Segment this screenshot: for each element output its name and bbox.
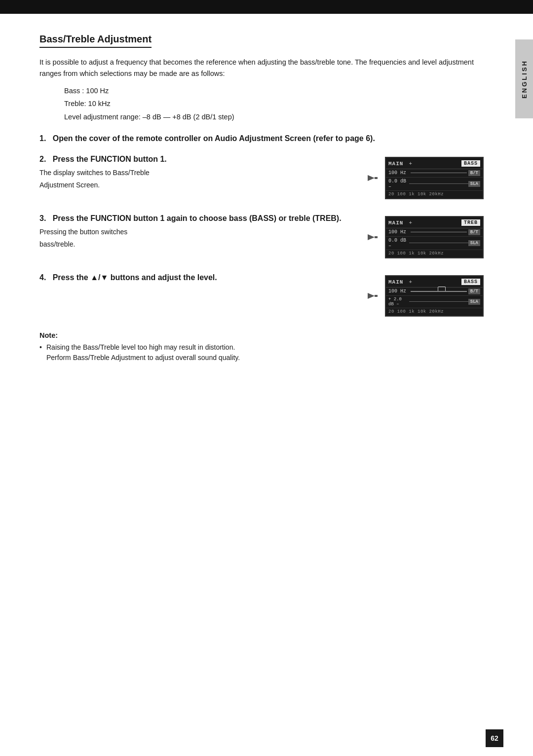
step-4-visual: MAIN + BASS 100 Hz B/T + 2.0 <box>365 275 484 317</box>
step-4-lcd-main: MAIN <box>388 279 403 285</box>
spec-item-level: Level adjustment range: –8 dB — +8 dB (2… <box>64 110 484 123</box>
main-content: Bass/Treble Adjustment It is possible to… <box>0 14 513 383</box>
step-4-lcd-right2: SLA <box>468 299 480 305</box>
step-2-lcd-bottom: 20 100 1k 10k 20kHz <box>388 192 444 197</box>
step-4-lcd-graph <box>411 291 467 292</box>
step-2-lcd-line <box>411 173 467 173</box>
step-3-lcd-line <box>411 232 467 232</box>
step-1: 1. Open the cover of the remote controll… <box>39 134 484 143</box>
step-4-lcd-freq: 100 Hz <box>388 288 409 294</box>
step-4-lcd-bump <box>438 287 446 291</box>
step-4: 4. Press the ▲/▼ buttons and adjust the … <box>39 272 484 317</box>
step-2-lcd-db: 0.0 dB – <box>388 179 409 189</box>
step-2-lcd-freq: 100 Hz <box>388 170 409 176</box>
step-3-number: 3. <box>39 214 46 222</box>
step-2-desc1: The display switches to Bass/Treble <box>39 168 355 178</box>
svg-rect-3 <box>375 236 378 238</box>
svg-marker-4 <box>368 293 375 299</box>
step-3-lcd-plus: + <box>409 220 412 226</box>
intro-text: It is possible to adjust a frequency tha… <box>39 57 484 79</box>
step-4-lcd-right: B/T <box>468 288 480 294</box>
note-section: Note: Raising the Bass/Treble level too … <box>39 331 484 363</box>
side-tab: ENGLISH <box>515 39 533 118</box>
step-4-header: 4. Press the ▲/▼ buttons and adjust the … <box>39 272 355 283</box>
svg-rect-1 <box>375 177 378 179</box>
step-4-text: Press the ▲/▼ buttons and adjust the lev… <box>53 273 217 282</box>
step-3-lcd: MAIN + TREB 100 Hz B/T 0.0 dB – <box>385 216 484 258</box>
step-1-number: 1. <box>39 134 46 143</box>
step-2-lcd-badge: BASS <box>461 160 480 167</box>
step-4-lcd-bt: B/T <box>468 288 480 294</box>
step-4-lcd-sla: SLA <box>468 299 480 305</box>
step-3-arrow-icon <box>365 230 380 245</box>
step-2-lcd-bt: B/T <box>468 170 480 176</box>
step-3-lcd-badge: TREB <box>461 219 480 226</box>
step-2-arrow-icon <box>365 171 380 185</box>
note-item-2: Perform Bass/Treble Adjustment to adjust… <box>39 353 484 363</box>
step-4-lcd: MAIN + BASS 100 Hz B/T + 2.0 <box>385 275 484 317</box>
spec-item-treble: Treble: 10 kHz <box>64 97 484 110</box>
step-4-lcd-bottom: 20 100 1k 10k 20kHz <box>388 309 444 314</box>
step-2-lcd-plus: + <box>409 161 412 167</box>
step-3-lcd-sla: SLA <box>468 240 480 246</box>
step-2-lcd-sla: SLA <box>468 181 480 187</box>
step-3-lcd-bottom: 20 100 1k 10k 20kHz <box>388 251 444 256</box>
step-1-header: 1. Open the cover of the remote controll… <box>39 134 484 143</box>
step-4-number: 4. <box>39 273 46 282</box>
step-2-lcd-right: B/T <box>468 170 480 176</box>
step-2: 2. Press the FUNCTION button 1. The disp… <box>39 154 484 199</box>
step-3-desc1: Pressing the button switches <box>39 227 355 237</box>
step-4-lcd-underline <box>409 301 468 302</box>
step-2-text-col: 2. Press the FUNCTION button 1. The disp… <box>39 154 355 190</box>
step-4-text-col: 4. Press the ▲/▼ buttons and adjust the … <box>39 272 355 286</box>
step-2-lcd: MAIN + BASS 100 Hz B/T 0.0 dB – <box>385 157 484 199</box>
spec-item-bass: Bass : 100 Hz <box>64 84 484 97</box>
step-4-lcd-badge: BASS <box>461 279 480 285</box>
step-2-number: 2. <box>39 155 46 163</box>
step-2-lcd-right2: SLA <box>468 181 480 187</box>
page-number: 62 <box>486 729 503 747</box>
step-3-text-col: 3. Press the FUNCTION button 1 again to … <box>39 213 355 250</box>
step-3-lcd-right: B/T <box>468 229 480 235</box>
side-tab-label: ENGLISH <box>521 60 528 99</box>
svg-rect-5 <box>375 295 378 297</box>
step-4-lcd-db: + 2.0 dB – <box>388 297 409 307</box>
step-3-visual: MAIN + TREB 100 Hz B/T 0.0 dB – <box>365 216 484 258</box>
step-3-header: 3. Press the FUNCTION button 1 again to … <box>39 213 355 224</box>
step-2-header: 2. Press the FUNCTION button 1. <box>39 154 355 165</box>
top-bar <box>0 0 533 14</box>
step-2-lcd-main: MAIN <box>388 161 403 167</box>
step-3-lcd-underline <box>409 243 468 243</box>
step-1-text: Open the cover of the remote controller … <box>53 134 375 143</box>
step-2-desc2: Adjustment Screen. <box>39 180 355 190</box>
step-3-text: Press the FUNCTION button 1 again to cho… <box>53 214 342 222</box>
step-3-lcd-freq: 100 Hz <box>388 229 409 235</box>
step-3-desc2: bass/treble. <box>39 239 355 250</box>
step-3-lcd-bt: B/T <box>468 229 480 235</box>
step-4-lcd-plus: + <box>409 279 412 285</box>
page-title: Bass/Treble Adjustment <box>39 34 152 48</box>
spec-list: Bass : 100 Hz Treble: 10 kHz Level adjus… <box>64 84 484 123</box>
svg-marker-0 <box>368 175 375 181</box>
step-2-visual: MAIN + BASS 100 Hz B/T 0.0 dB – <box>365 157 484 199</box>
step-3: 3. Press the FUNCTION button 1 again to … <box>39 213 484 258</box>
step-4-arrow-icon <box>365 288 380 303</box>
step-2-text: Press the FUNCTION button 1. <box>53 155 167 163</box>
note-title: Note: <box>39 331 484 339</box>
svg-marker-2 <box>368 234 375 240</box>
step-3-lcd-db: 0.0 dB – <box>388 238 409 249</box>
step-2-lcd-underline <box>409 183 468 184</box>
note-item-1: Raising the Bass/Treble level too high m… <box>39 342 484 353</box>
step-3-lcd-main: MAIN <box>388 220 403 226</box>
step-3-lcd-right2: SLA <box>468 240 480 246</box>
